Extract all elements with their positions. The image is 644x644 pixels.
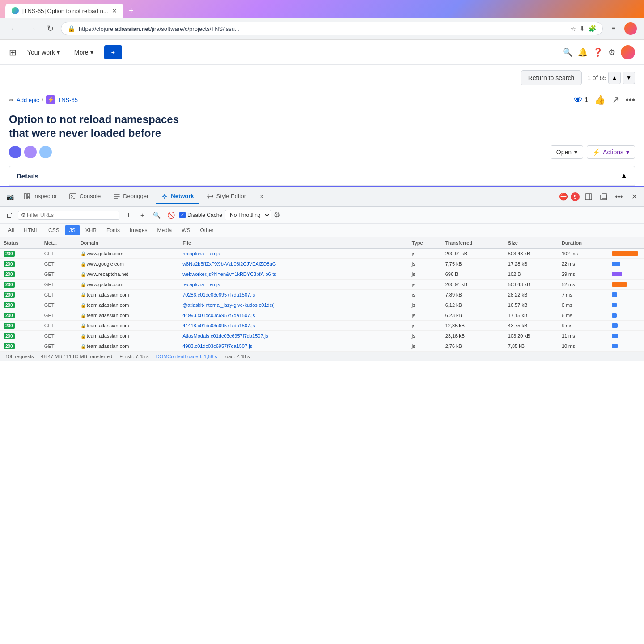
- bookmark-icon[interactable]: ☆: [571, 25, 576, 32]
- reload-button[interactable]: ↻: [43, 21, 57, 36]
- clear-network-button[interactable]: 🗑: [4, 209, 15, 221]
- watch-badge: 👁 1: [574, 95, 588, 105]
- table-row[interactable]: 200 GET 🔒team.atlassian.com 44993.c01dc0…: [0, 310, 644, 321]
- col-transferred: Transferred: [442, 237, 504, 249]
- disable-cache-checkbox[interactable]: ✓: [179, 212, 186, 218]
- cell-file[interactable]: recaptcha__en.js: [179, 249, 408, 259]
- user-avatar[interactable]: [624, 22, 637, 35]
- download-icon[interactable]: ⬇: [580, 25, 585, 32]
- filter-tab-all[interactable]: All: [4, 225, 18, 235]
- search-network-button[interactable]: 🔍: [151, 209, 162, 221]
- filter-tab-css[interactable]: CSS: [44, 225, 64, 235]
- browser-tab-active[interactable]: [TNS-65] Option to not reload n... ✕: [5, 4, 123, 18]
- filter-tab-html[interactable]: HTML: [19, 225, 43, 235]
- address-bar[interactable]: 🔒 https://clojure.atlassian.net/jira/sof…: [61, 22, 603, 35]
- more-menu[interactable]: More: [71, 47, 97, 58]
- table-row[interactable]: 200 GET 🔒www.google.com w8Na2b5fIZxPX9b-…: [0, 259, 644, 269]
- filter-tab-images[interactable]: Images: [125, 225, 152, 235]
- cell-file[interactable]: recaptcha__en.js: [179, 280, 408, 290]
- actions-button[interactable]: ⚡ Actions: [587, 145, 635, 159]
- cell-file[interactable]: w8Na2b5fIZxPX9b-VzL08i2CJVEAiZO8uG: [179, 259, 408, 269]
- share-icon[interactable]: ↗: [612, 94, 619, 105]
- cell-domain: 🔒team.atlassian.com: [77, 321, 179, 331]
- cell-file[interactable]: 70286.c01dc03c6957f7da1507.js: [179, 290, 408, 300]
- devtools-close-button[interactable]: ✕: [628, 191, 640, 203]
- details-collapse-icon[interactable]: ▲: [620, 172, 627, 180]
- search-icon[interactable]: 🔍: [563, 47, 572, 57]
- add-filter-button[interactable]: +: [136, 209, 148, 221]
- cell-duration: 6 ms: [558, 300, 608, 310]
- table-row[interactable]: 200 GET 🔒team.atlassian.com 44418.c01dc0…: [0, 321, 644, 331]
- cell-waterfall: [608, 321, 644, 331]
- issue-label: ⚡ TNS-65: [46, 95, 78, 104]
- filter-tab-xhr[interactable]: XHR: [81, 225, 101, 235]
- tab-inspector[interactable]: Inspector: [18, 189, 62, 204]
- tab-network[interactable]: Network: [156, 189, 199, 204]
- table-row[interactable]: 200 GET 🔒team.atlassian.com @atlaskit-in…: [0, 300, 644, 310]
- extension-icon[interactable]: 🧩: [589, 25, 596, 32]
- cell-file[interactable]: AtlasModals.c01dc03c6957f7da1507.js: [179, 331, 408, 341]
- like-icon[interactable]: 👍: [594, 94, 606, 105]
- dock-right-button[interactable]: [582, 191, 595, 203]
- throttling-select[interactable]: No Throttling: [225, 210, 271, 220]
- separate-window-button[interactable]: [597, 191, 610, 203]
- cell-file[interactable]: 4983.c01dc03c6957f7da1507.js: [179, 341, 408, 352]
- cell-file[interactable]: webworker.js?hl=en&v=1kRDYC3bfA-o6-ts: [179, 269, 408, 280]
- issue-title: Option to not reload namespaces that wer…: [9, 112, 300, 140]
- new-tab-button[interactable]: +: [125, 4, 138, 17]
- toolbar-icons: ≡: [606, 21, 621, 36]
- filter-tab-other[interactable]: Other: [195, 225, 218, 235]
- more-options-icon[interactable]: •••: [626, 95, 635, 105]
- network-settings-button[interactable]: ⚙: [274, 211, 280, 219]
- forward-button[interactable]: →: [25, 21, 39, 36]
- filter-tab-ws[interactable]: WS: [177, 225, 195, 235]
- issue-title-line2: that were never loaded before: [9, 127, 161, 139]
- your-work-menu[interactable]: Your work: [24, 47, 64, 58]
- open-status-button[interactable]: Open: [551, 145, 583, 159]
- actions-chevron: [626, 148, 629, 156]
- table-row[interactable]: 200 GET 🔒www.gstatic.com recaptcha__en.j…: [0, 249, 644, 259]
- grid-icon[interactable]: ⊞: [9, 47, 17, 58]
- tab-close-button[interactable]: ✕: [112, 7, 117, 14]
- filter-tab-fonts[interactable]: Fonts: [102, 225, 124, 235]
- notifications-icon[interactable]: 🔔: [578, 47, 588, 57]
- devtools-more-options-button[interactable]: •••: [613, 191, 625, 203]
- filter-tab-js[interactable]: JS: [65, 225, 80, 235]
- return-to-search-button[interactable]: Return to search: [521, 70, 582, 85]
- next-issue-button[interactable]: ▼: [623, 72, 635, 84]
- devtools-screenshot-button[interactable]: 📷: [4, 191, 16, 203]
- back-button[interactable]: ←: [7, 21, 21, 36]
- table-row[interactable]: 200 GET 🔒www.recaptcha.net webworker.js?…: [0, 269, 644, 280]
- cell-file[interactable]: 44418.c01dc03c6957f7da1507.js: [179, 321, 408, 331]
- tab-debugger[interactable]: Debugger: [108, 189, 154, 204]
- tab-console[interactable]: Console: [64, 189, 106, 204]
- cell-status: 200: [0, 280, 41, 290]
- block-requests-button[interactable]: 🚫: [165, 209, 177, 221]
- issue-id-link[interactable]: TNS-65: [58, 97, 78, 103]
- eye-icon[interactable]: 👁: [574, 95, 583, 105]
- tab-more[interactable]: »: [255, 189, 269, 204]
- create-button[interactable]: +: [104, 45, 122, 59]
- finish-time: Finish: 7,45 s: [119, 354, 148, 359]
- table-row[interactable]: 200 GET 🔒team.atlassian.com 4983.c01dc03…: [0, 341, 644, 352]
- filter-tab-media[interactable]: Media: [153, 225, 176, 235]
- filter-urls-input[interactable]: [27, 212, 116, 218]
- help-icon[interactable]: ❓: [593, 47, 603, 57]
- jira-user-avatar[interactable]: [621, 45, 635, 59]
- cell-file[interactable]: 44993.c01dc03c6957f7da1507.js: [179, 310, 408, 321]
- issue-status-row: Open ⚡ Actions: [0, 145, 644, 166]
- settings-icon[interactable]: ⚙: [608, 47, 615, 57]
- cell-file[interactable]: @atlaskit-internal_lazy-give-kudos.c01dc…: [179, 300, 408, 310]
- cell-size: 503,43 kB: [504, 249, 558, 259]
- add-epic-link[interactable]: Add epic: [17, 97, 39, 103]
- pause-recording-button[interactable]: ⏸: [122, 209, 134, 221]
- prev-issue-button[interactable]: ▲: [608, 72, 621, 84]
- menu-button[interactable]: ≡: [606, 21, 621, 36]
- status-badge: 200: [4, 292, 15, 298]
- cell-size: 17,15 kB: [504, 310, 558, 321]
- status-badge: 200: [4, 343, 15, 349]
- tab-style-editor[interactable]: Style Editor: [201, 189, 251, 204]
- table-row[interactable]: 200 GET 🔒www.gstatic.com recaptcha__en.j…: [0, 280, 644, 290]
- table-row[interactable]: 200 GET 🔒team.atlassian.com AtlasModals.…: [0, 331, 644, 341]
- table-row[interactable]: 200 GET 🔒team.atlassian.com 70286.c01dc0…: [0, 290, 644, 300]
